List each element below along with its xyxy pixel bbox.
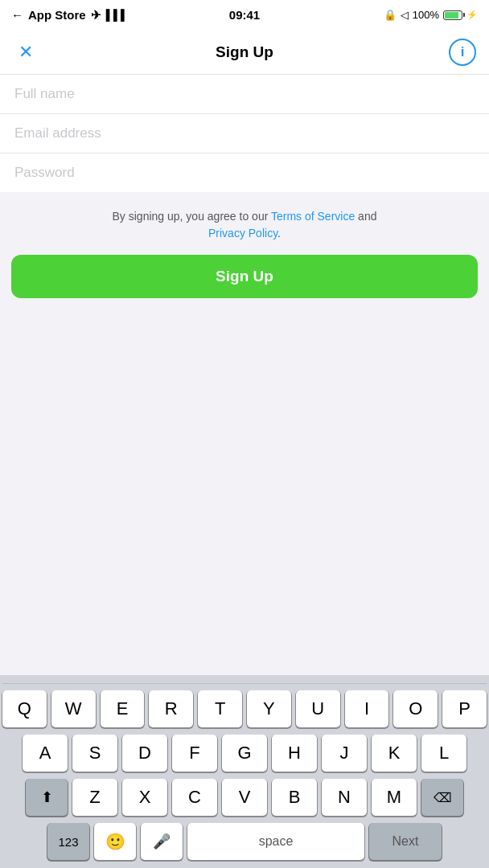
charge-icon: ⚡ <box>466 10 478 20</box>
signup-button-container: Sign Up <box>0 255 489 298</box>
keyboard-row-1: Q W E R T Y U I O P <box>2 690 487 727</box>
key-u[interactable]: U <box>296 690 340 727</box>
back-arrow-icon: ← <box>11 8 23 22</box>
location-icon: ◁ <box>401 9 409 21</box>
keyboard-row-3: ⬆ Z X C V B N M ⌫ <box>2 779 487 816</box>
signal-icon: ▌▌▌ <box>106 9 129 21</box>
key-k[interactable]: K <box>372 735 417 772</box>
key-q[interactable]: Q <box>2 690 47 727</box>
key-c[interactable]: C <box>172 779 217 816</box>
key-e[interactable]: E <box>101 690 145 727</box>
key-x[interactable]: X <box>122 779 167 816</box>
battery-percent: 100% <box>413 9 439 21</box>
key-w[interactable]: W <box>51 690 96 727</box>
password-field[interactable] <box>0 154 489 192</box>
key-m[interactable]: M <box>372 779 417 816</box>
key-n[interactable]: N <box>322 779 367 816</box>
email-input[interactable] <box>14 125 475 141</box>
key-j[interactable]: J <box>322 735 367 772</box>
key-numbers[interactable]: 123 <box>47 823 89 860</box>
key-i[interactable]: I <box>345 690 389 727</box>
key-f[interactable]: F <box>172 735 217 772</box>
key-p[interactable]: P <box>442 690 487 727</box>
keyboard: Q W E R T Y U I O P A S D F G H J K L ⬆ … <box>0 675 489 868</box>
key-next[interactable]: Next <box>369 823 442 860</box>
content-spacer <box>0 298 489 675</box>
keyboard-row-4: 123 🙂 🎤 space Next <box>2 823 487 860</box>
key-s[interactable]: S <box>72 735 117 772</box>
airplane-icon: ✈ <box>91 8 101 23</box>
close-button[interactable]: ✕ <box>13 39 39 65</box>
terms-middle: and <box>355 210 376 223</box>
battery-icon <box>443 10 462 20</box>
key-y[interactable]: Y <box>247 690 291 727</box>
nav-bar: ✕ Sign Up i <box>0 30 489 75</box>
lock-icon: 🔒 <box>384 9 397 21</box>
keyboard-row-2: A S D F G H J K L <box>2 735 487 772</box>
status-right: 🔒 ◁ 100% ⚡ <box>384 9 478 21</box>
key-h[interactable]: H <box>272 735 317 772</box>
terms-suffix: . <box>277 227 281 240</box>
key-l[interactable]: L <box>421 735 466 772</box>
full-name-input[interactable] <box>14 86 475 102</box>
key-a[interactable]: A <box>23 735 68 772</box>
key-z[interactable]: Z <box>72 779 117 816</box>
terms-section: By signing up, you agree to our Terms of… <box>0 192 489 255</box>
page-title: Sign Up <box>216 43 273 61</box>
key-v[interactable]: V <box>222 779 267 816</box>
terms-prefix: By signing up, you agree to our <box>113 210 271 223</box>
key-microphone[interactable]: 🎤 <box>141 823 183 860</box>
key-b[interactable]: B <box>272 779 317 816</box>
form-area <box>0 75 489 192</box>
key-backspace[interactable]: ⌫ <box>421 779 463 816</box>
info-button[interactable]: i <box>449 39 476 66</box>
status-time: 09:41 <box>229 8 260 22</box>
terms-of-service-link[interactable]: Terms of Service <box>271 210 355 223</box>
password-input[interactable] <box>14 165 475 181</box>
status-bar: ← App Store ✈ ▌▌▌ 09:41 🔒 ◁ 100% ⚡ <box>0 0 489 30</box>
key-r[interactable]: R <box>149 690 193 727</box>
signup-button[interactable]: Sign Up <box>11 255 478 298</box>
privacy-policy-link[interactable]: Privacy Policy <box>208 227 277 240</box>
key-d[interactable]: D <box>122 735 167 772</box>
key-g[interactable]: G <box>222 735 267 772</box>
app-store-label: App Store <box>28 8 86 22</box>
full-name-field[interactable] <box>0 75 489 114</box>
key-t[interactable]: T <box>198 690 242 727</box>
key-emoji[interactable]: 🙂 <box>94 823 136 860</box>
email-field[interactable] <box>0 114 489 154</box>
key-o[interactable]: O <box>393 690 438 727</box>
key-shift[interactable]: ⬆ <box>26 779 68 816</box>
key-space[interactable]: space <box>187 823 364 860</box>
status-left: ← App Store ✈ ▌▌▌ <box>11 8 128 23</box>
